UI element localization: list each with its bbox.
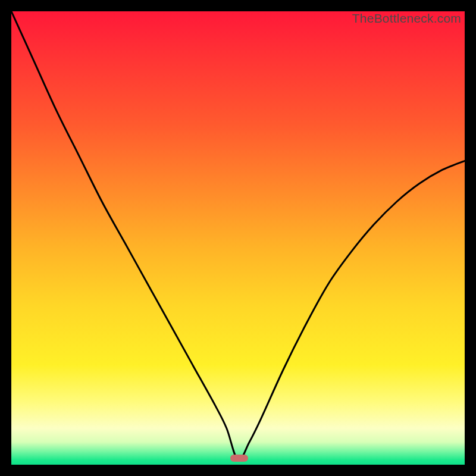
optimal-marker [230, 455, 248, 462]
bottleneck-curve [11, 11, 465, 465]
chart-stage: TheBottleneck.com [0, 0, 476, 476]
plot-area: TheBottleneck.com [11, 11, 465, 465]
watermark-text: TheBottleneck.com [352, 11, 461, 26]
